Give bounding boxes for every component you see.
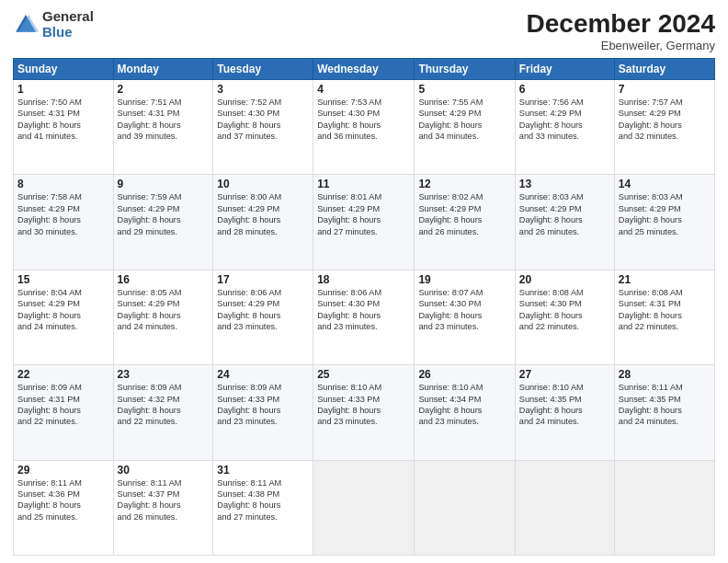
calendar-cell: 2Sunrise: 7:51 AM Sunset: 4:31 PM Daylig… — [113, 80, 213, 175]
day-info: Sunrise: 7:55 AM Sunset: 4:29 PM Dayligh… — [418, 97, 510, 143]
calendar-cell: 29Sunrise: 8:11 AM Sunset: 4:36 PM Dayli… — [14, 460, 114, 555]
day-number: 9 — [118, 178, 210, 190]
calendar-cell: 4Sunrise: 7:53 AM Sunset: 4:30 PM Daylig… — [313, 80, 415, 175]
week-row-2: 8Sunrise: 7:58 AM Sunset: 4:29 PM Daylig… — [14, 175, 715, 270]
day-number: 29 — [17, 464, 109, 477]
day-info: Sunrise: 8:01 AM Sunset: 4:29 PM Dayligh… — [317, 191, 410, 237]
calendar-cell: 27Sunrise: 8:10 AM Sunset: 4:35 PM Dayli… — [515, 365, 614, 460]
day-info: Sunrise: 7:58 AM Sunset: 4:29 PM Dayligh… — [17, 191, 109, 237]
day-info: Sunrise: 8:00 AM Sunset: 4:29 PM Dayligh… — [217, 191, 309, 237]
day-number: 1 — [17, 83, 109, 96]
day-number: 18 — [317, 273, 410, 286]
day-number: 16 — [118, 273, 210, 286]
day-info: Sunrise: 8:09 AM Sunset: 4:33 PM Dayligh… — [217, 382, 309, 428]
day-info: Sunrise: 7:59 AM Sunset: 4:29 PM Dayligh… — [118, 191, 210, 237]
day-info: Sunrise: 8:11 AM Sunset: 4:38 PM Dayligh… — [217, 477, 309, 523]
day-info: Sunrise: 8:03 AM Sunset: 4:29 PM Dayligh… — [619, 191, 711, 237]
day-number: 10 — [217, 178, 309, 190]
calendar-cell: 25Sunrise: 8:10 AM Sunset: 4:33 PM Dayli… — [313, 365, 415, 460]
day-number: 8 — [17, 178, 109, 190]
calendar-cell: 6Sunrise: 7:56 AM Sunset: 4:29 PM Daylig… — [515, 80, 614, 175]
weekday-header-wednesday: Wednesday — [313, 59, 415, 80]
day-number: 15 — [17, 273, 109, 286]
day-info: Sunrise: 8:11 AM Sunset: 4:37 PM Dayligh… — [118, 477, 210, 523]
day-number: 26 — [418, 368, 510, 381]
calendar-cell: 3Sunrise: 7:52 AM Sunset: 4:30 PM Daylig… — [213, 80, 313, 175]
day-number: 21 — [619, 273, 711, 286]
weekday-header-tuesday: Tuesday — [213, 59, 313, 80]
calendar-cell: 5Sunrise: 7:55 AM Sunset: 4:29 PM Daylig… — [415, 80, 515, 175]
calendar-cell: 20Sunrise: 8:08 AM Sunset: 4:30 PM Dayli… — [515, 270, 614, 364]
calendar-cell: 8Sunrise: 7:58 AM Sunset: 4:29 PM Daylig… — [14, 175, 114, 270]
logo-general-label: General — [42, 9, 94, 25]
calendar-cell: 30Sunrise: 8:11 AM Sunset: 4:37 PM Dayli… — [113, 460, 213, 555]
title-block: December 2024 Ebenweiler, Germany — [527, 9, 715, 52]
day-info: Sunrise: 8:05 AM Sunset: 4:29 PM Dayligh… — [118, 287, 210, 333]
day-info: Sunrise: 8:06 AM Sunset: 4:29 PM Dayligh… — [217, 287, 309, 333]
day-info: Sunrise: 8:10 AM Sunset: 4:34 PM Dayligh… — [418, 382, 510, 428]
calendar-cell: 31Sunrise: 8:11 AM Sunset: 4:38 PM Dayli… — [213, 460, 313, 555]
day-number: 5 — [418, 83, 510, 96]
day-number: 28 — [619, 368, 711, 381]
day-info: Sunrise: 8:08 AM Sunset: 4:31 PM Dayligh… — [619, 287, 711, 333]
page: General Blue December 2024 Ebenweiler, G… — [0, 0, 728, 563]
calendar-cell: 23Sunrise: 8:09 AM Sunset: 4:32 PM Dayli… — [113, 365, 213, 460]
day-info: Sunrise: 8:07 AM Sunset: 4:30 PM Dayligh… — [418, 287, 510, 333]
day-info: Sunrise: 8:09 AM Sunset: 4:32 PM Dayligh… — [118, 382, 210, 428]
calendar-cell: 10Sunrise: 8:00 AM Sunset: 4:29 PM Dayli… — [213, 175, 313, 270]
weekday-header-friday: Friday — [515, 59, 614, 80]
calendar-cell: 9Sunrise: 7:59 AM Sunset: 4:29 PM Daylig… — [113, 175, 213, 270]
day-number: 30 — [118, 464, 210, 477]
day-number: 6 — [519, 83, 610, 96]
calendar-cell: 22Sunrise: 8:09 AM Sunset: 4:31 PM Dayli… — [14, 365, 114, 460]
location-subtitle: Ebenweiler, Germany — [527, 39, 715, 52]
day-number: 11 — [317, 178, 410, 190]
day-number: 20 — [519, 273, 610, 286]
day-number: 2 — [118, 83, 210, 96]
calendar-table: SundayMondayTuesdayWednesdayThursdayFrid… — [13, 58, 715, 556]
day-number: 4 — [317, 83, 410, 96]
day-number: 27 — [519, 368, 610, 381]
week-row-1: 1Sunrise: 7:50 AM Sunset: 4:31 PM Daylig… — [14, 80, 715, 175]
day-number: 17 — [217, 273, 309, 286]
day-number: 23 — [118, 368, 210, 381]
calendar-cell: 13Sunrise: 8:03 AM Sunset: 4:29 PM Dayli… — [515, 175, 614, 270]
day-number: 31 — [217, 464, 309, 477]
week-row-4: 22Sunrise: 8:09 AM Sunset: 4:31 PM Dayli… — [14, 365, 715, 460]
day-info: Sunrise: 7:51 AM Sunset: 4:31 PM Dayligh… — [118, 97, 210, 143]
calendar-cell: 1Sunrise: 7:50 AM Sunset: 4:31 PM Daylig… — [14, 80, 114, 175]
day-number: 25 — [317, 368, 410, 381]
logo: General Blue — [13, 9, 94, 40]
logo-blue-label: Blue — [42, 25, 94, 40]
weekday-header-thursday: Thursday — [415, 59, 515, 80]
day-info: Sunrise: 7:52 AM Sunset: 4:30 PM Dayligh… — [217, 97, 309, 143]
calendar-cell: 24Sunrise: 8:09 AM Sunset: 4:33 PM Dayli… — [213, 365, 313, 460]
week-row-5: 29Sunrise: 8:11 AM Sunset: 4:36 PM Dayli… — [14, 460, 715, 555]
calendar-cell — [415, 460, 515, 555]
calendar-cell — [515, 460, 614, 555]
calendar-cell: 14Sunrise: 8:03 AM Sunset: 4:29 PM Dayli… — [614, 175, 714, 270]
day-info: Sunrise: 8:08 AM Sunset: 4:30 PM Dayligh… — [519, 287, 610, 333]
day-info: Sunrise: 8:04 AM Sunset: 4:29 PM Dayligh… — [17, 287, 109, 333]
day-info: Sunrise: 8:10 AM Sunset: 4:33 PM Dayligh… — [317, 382, 410, 428]
day-info: Sunrise: 8:03 AM Sunset: 4:29 PM Dayligh… — [519, 191, 610, 237]
day-number: 19 — [418, 273, 510, 286]
day-number: 3 — [217, 83, 309, 96]
day-info: Sunrise: 8:02 AM Sunset: 4:29 PM Dayligh… — [418, 191, 510, 237]
month-title: December 2024 — [527, 9, 715, 39]
calendar-cell: 11Sunrise: 8:01 AM Sunset: 4:29 PM Dayli… — [313, 175, 415, 270]
day-number: 24 — [217, 368, 309, 381]
day-info: Sunrise: 7:56 AM Sunset: 4:29 PM Dayligh… — [519, 97, 610, 143]
day-info: Sunrise: 8:11 AM Sunset: 4:36 PM Dayligh… — [17, 477, 109, 523]
weekday-header-monday: Monday — [113, 59, 213, 80]
calendar-cell: 26Sunrise: 8:10 AM Sunset: 4:34 PM Dayli… — [415, 365, 515, 460]
calendar-cell: 18Sunrise: 8:06 AM Sunset: 4:30 PM Dayli… — [313, 270, 415, 364]
calendar-cell — [614, 460, 714, 555]
day-info: Sunrise: 7:50 AM Sunset: 4:31 PM Dayligh… — [17, 97, 109, 143]
generalblue-icon — [13, 12, 39, 38]
weekday-header-row: SundayMondayTuesdayWednesdayThursdayFrid… — [14, 59, 715, 80]
calendar-cell: 28Sunrise: 8:11 AM Sunset: 4:35 PM Dayli… — [614, 365, 714, 460]
day-info: Sunrise: 8:11 AM Sunset: 4:35 PM Dayligh… — [619, 382, 711, 428]
calendar-cell: 7Sunrise: 7:57 AM Sunset: 4:29 PM Daylig… — [614, 80, 714, 175]
calendar-cell: 19Sunrise: 8:07 AM Sunset: 4:30 PM Dayli… — [415, 270, 515, 364]
